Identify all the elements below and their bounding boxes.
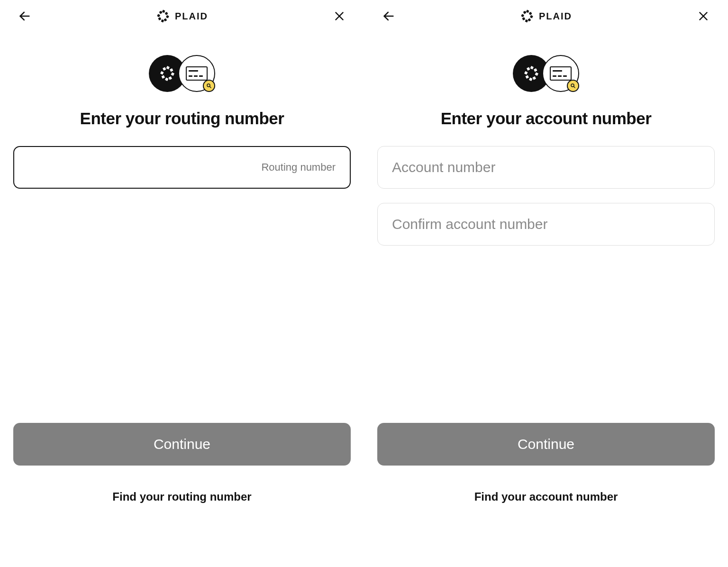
close-button[interactable] (694, 7, 713, 26)
routing-number-input[interactable] (13, 146, 351, 189)
brand: PLAID (156, 9, 208, 23)
brand-text: PLAID (175, 11, 208, 22)
svg-line-4 (210, 87, 211, 88)
page-title: Enter your routing number (13, 109, 351, 128)
header: PLAID (377, 0, 715, 32)
brand-text: PLAID (539, 11, 572, 22)
arrow-left-icon (18, 9, 31, 23)
brand: PLAID (520, 9, 572, 23)
check-circle-icon (542, 55, 579, 92)
back-button[interactable] (379, 7, 398, 26)
hero-graphic (377, 55, 715, 93)
search-badge-icon (203, 80, 215, 92)
plaid-logo-icon (156, 9, 170, 23)
search-badge-icon (567, 80, 579, 92)
plaid-logo-icon (520, 9, 534, 23)
close-button[interactable] (330, 7, 349, 26)
close-icon (697, 10, 710, 22)
continue-button[interactable]: Continue (377, 423, 715, 466)
find-account-link[interactable]: Find your account number (364, 490, 728, 503)
continue-button[interactable]: Continue (13, 423, 351, 466)
find-routing-link[interactable]: Find your routing number (0, 490, 364, 503)
header: PLAID (13, 0, 351, 32)
confirm-account-number-input[interactable] (377, 203, 715, 246)
check-circle-icon (178, 55, 215, 92)
arrow-left-icon (382, 9, 395, 23)
account-screen: PLAID Enter your account number (364, 0, 728, 567)
close-icon (333, 10, 346, 22)
svg-line-9 (574, 87, 575, 88)
hero-graphic (13, 55, 351, 93)
routing-screen: PLAID Enter your routing number Conti (0, 0, 364, 567)
page-title: Enter your account number (377, 109, 715, 128)
back-button[interactable] (15, 7, 34, 26)
account-number-input[interactable] (377, 146, 715, 189)
